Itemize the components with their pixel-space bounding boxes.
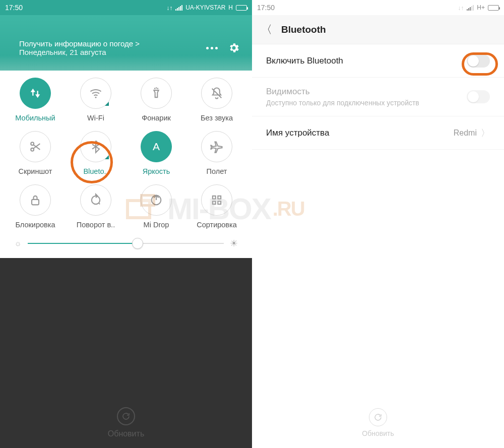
tile-label: Mi Drop <box>144 221 169 229</box>
tile-airplane[interactable]: Полет <box>190 131 244 175</box>
setting-title: Включить Bluetooth <box>266 56 467 66</box>
tile-label: Полет <box>207 167 227 175</box>
midrop-icon <box>141 184 172 216</box>
setting-device-name[interactable]: Имя устройства Redmi 〉 <box>252 116 504 150</box>
tile-lock[interactable]: Блокировка <box>8 184 62 229</box>
svg-rect-9 <box>213 201 216 204</box>
refresh-icon <box>369 408 387 426</box>
status-indicators: ↓↑ H+ <box>458 4 499 11</box>
tile-label: Яркость <box>143 167 170 175</box>
network-label: H+ <box>477 4 485 11</box>
svg-point-0 <box>95 97 96 98</box>
chevron-right-icon: 〉 <box>481 127 490 139</box>
refresh-icon <box>117 407 135 425</box>
tile-midrop[interactable]: Mi Drop <box>129 184 183 229</box>
flashlight-icon <box>141 78 172 109</box>
setting-subtitle: Доступно только для подключенных устройс… <box>266 99 467 107</box>
settings-icon[interactable] <box>228 42 240 54</box>
svg-point-2 <box>31 148 34 151</box>
signal-icon <box>175 5 182 11</box>
quick-tiles: Мобильный Wi-Fi Фонарик <box>0 71 252 258</box>
refresh-label: Обновить <box>108 429 144 438</box>
svg-point-1 <box>31 142 34 145</box>
weather-prompt: Получить информацию о погоде > <box>19 39 206 48</box>
tile-rotate[interactable]: Поворот в.. <box>69 184 123 229</box>
notification-header: Получить информацию о погоде > Понедельн… <box>0 15 252 71</box>
refresh-label: Обновить <box>362 429 394 437</box>
tile-brightness[interactable]: A Яркость <box>129 131 183 175</box>
tile-label: Без звука <box>201 114 233 122</box>
network-label: H <box>228 4 233 11</box>
settings-header: 〈 Bluetooth <box>252 15 504 44</box>
scissors-icon <box>20 131 51 162</box>
tile-mobile-data[interactable]: Мобильный <box>8 78 62 122</box>
annotation-highlight-bluetooth <box>71 141 113 183</box>
data-updown-icon <box>20 78 51 109</box>
data-icon: ↓↑ <box>166 5 172 11</box>
svg-rect-7 <box>213 196 216 199</box>
setting-title: Имя устройства <box>266 128 454 138</box>
status-bar: 17:50 ↓↑ UA-KYIVSTAR H <box>0 0 252 15</box>
tile-mute[interactable]: Без звука <box>190 78 244 122</box>
status-time: 17:50 <box>257 4 458 12</box>
page-title: Bluetooth <box>281 24 326 35</box>
lock-icon <box>20 184 51 216</box>
annotation-highlight-toggle <box>462 52 498 76</box>
battery-icon <box>236 5 247 11</box>
tile-label: Блокировка <box>15 221 55 229</box>
status-bar: 17:50 ↓↑ H+ <box>252 0 504 15</box>
tile-label: Поворот в.. <box>77 221 115 229</box>
grid-icon <box>201 184 232 216</box>
more-icon[interactable] <box>206 47 218 49</box>
brightness-low-icon: ☼ <box>14 239 22 248</box>
svg-rect-10 <box>218 201 221 204</box>
refresh-hint: Обновить <box>252 398 504 448</box>
status-time: 17:50 <box>5 4 166 12</box>
tile-label: Сортировка <box>197 221 237 229</box>
tile-flashlight[interactable]: Фонарик <box>129 78 183 122</box>
data-icon: ↓↑ <box>458 5 464 11</box>
expand-marker <box>105 102 109 106</box>
slider-thumb[interactable] <box>132 238 143 249</box>
tile-sort[interactable]: Сортировка <box>190 184 244 229</box>
refresh-hint: Обновить <box>0 398 252 448</box>
tile-label: Скриншот <box>18 167 52 175</box>
tile-wifi[interactable]: Wi-Fi <box>69 78 123 122</box>
brightness-high-icon: ☀ <box>230 238 238 249</box>
tile-label: Фонарик <box>142 114 171 122</box>
setting-title: Видимость <box>266 87 467 97</box>
signal-icon <box>467 5 474 11</box>
tile-label: Мобильный <box>15 114 55 122</box>
tile-screenshot[interactable]: Скриншот <box>8 131 62 175</box>
svg-rect-8 <box>218 196 221 199</box>
bluetooth-settings-screen: 17:50 ↓↑ H+ 〈 Bluetooth Включить Bluetoo… <box>252 0 504 448</box>
tile-label: Wi-Fi <box>87 114 104 122</box>
bell-off-icon <box>201 78 232 109</box>
svg-rect-4 <box>32 200 39 205</box>
airplane-icon <box>201 131 232 162</box>
svg-text:A: A <box>153 141 160 152</box>
slider-track[interactable] <box>28 243 224 244</box>
status-indicators: ↓↑ UA-KYIVSTAR H <box>166 4 247 11</box>
toggle-switch <box>467 90 490 103</box>
setting-visibility: Видимость Доступно только для подключенн… <box>252 78 504 116</box>
setting-value: Redmi <box>454 129 477 138</box>
carrier-label: UA-KYIVSTAR <box>185 4 225 11</box>
letter-a-icon: A <box>141 131 172 162</box>
weather-block[interactable]: Получить информацию о погоде > Понедельн… <box>19 39 206 56</box>
rotate-icon <box>80 184 111 216</box>
brightness-slider[interactable]: ☼ ☀ <box>5 238 247 249</box>
quick-settings-panel: 17:50 ↓↑ UA-KYIVSTAR H Получить информац… <box>0 0 252 448</box>
back-button[interactable]: 〈 <box>261 22 272 37</box>
battery-icon <box>488 5 499 11</box>
